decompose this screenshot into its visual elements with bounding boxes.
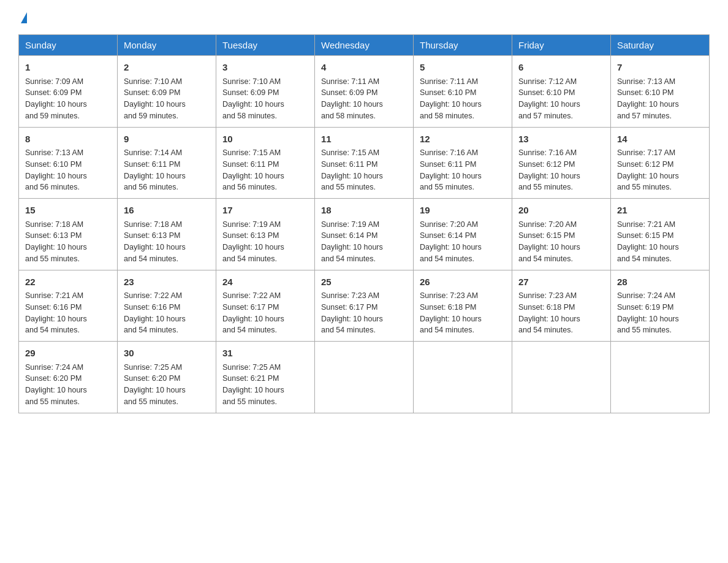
day-number: 5 xyxy=(420,61,506,75)
column-header-tuesday: Tuesday xyxy=(216,35,315,56)
day-number: 22 xyxy=(25,275,111,289)
calendar-cell: 27Sunrise: 7:23 AMSunset: 6:18 PMDayligh… xyxy=(512,270,611,342)
column-header-thursday: Thursday xyxy=(414,35,512,56)
day-number: 26 xyxy=(420,275,506,289)
column-header-monday: Monday xyxy=(118,35,216,56)
day-number: 1 xyxy=(25,61,111,75)
day-number: 13 xyxy=(518,132,604,147)
week-row-4: 22Sunrise: 7:21 AMSunset: 6:16 PMDayligh… xyxy=(19,270,710,342)
day-number: 19 xyxy=(420,204,506,218)
day-number: 15 xyxy=(25,204,111,218)
calendar-cell: 3Sunrise: 7:10 AMSunset: 6:09 PMDaylight… xyxy=(216,56,315,128)
calendar-cell: 13Sunrise: 7:16 AMSunset: 6:12 PMDayligh… xyxy=(512,127,611,199)
calendar-cell: 9Sunrise: 7:14 AMSunset: 6:11 PMDaylight… xyxy=(118,127,216,199)
calendar-cell: 19Sunrise: 7:20 AMSunset: 6:14 PMDayligh… xyxy=(414,199,512,270)
day-number: 4 xyxy=(321,61,407,75)
day-number: 10 xyxy=(222,132,308,147)
calendar-table: SundayMondayTuesdayWednesdayThursdayFrid… xyxy=(18,34,710,413)
day-number: 20 xyxy=(518,204,604,218)
calendar-cell: 18Sunrise: 7:19 AMSunset: 6:14 PMDayligh… xyxy=(315,199,414,270)
calendar-cell: 21Sunrise: 7:21 AMSunset: 6:15 PMDayligh… xyxy=(611,199,710,270)
day-number: 21 xyxy=(617,204,703,218)
day-number: 18 xyxy=(321,204,407,218)
week-row-5: 29Sunrise: 7:24 AMSunset: 6:20 PMDayligh… xyxy=(19,342,710,413)
day-number: 9 xyxy=(124,132,210,147)
week-row-2: 8Sunrise: 7:13 AMSunset: 6:10 PMDaylight… xyxy=(19,127,710,199)
day-number: 17 xyxy=(222,204,308,218)
column-header-friday: Friday xyxy=(512,35,611,56)
calendar-cell: 31Sunrise: 7:25 AMSunset: 6:21 PMDayligh… xyxy=(216,342,315,413)
day-number: 2 xyxy=(124,61,210,75)
calendar-cell: 4Sunrise: 7:11 AMSunset: 6:09 PMDaylight… xyxy=(315,56,414,128)
calendar-cell: 12Sunrise: 7:16 AMSunset: 6:11 PMDayligh… xyxy=(414,127,512,199)
day-number: 6 xyxy=(518,61,604,75)
calendar-cell: 2Sunrise: 7:10 AMSunset: 6:09 PMDaylight… xyxy=(118,56,216,128)
day-number: 8 xyxy=(25,132,111,147)
calendar-cell: 8Sunrise: 7:13 AMSunset: 6:10 PMDaylight… xyxy=(19,127,118,199)
calendar-cell: 6Sunrise: 7:12 AMSunset: 6:10 PMDaylight… xyxy=(512,56,611,128)
calendar-cell: 26Sunrise: 7:23 AMSunset: 6:18 PMDayligh… xyxy=(414,270,512,342)
logo-triangle-icon xyxy=(21,12,27,23)
column-header-sunday: Sunday xyxy=(19,35,118,56)
calendar-cell: 30Sunrise: 7:25 AMSunset: 6:20 PMDayligh… xyxy=(118,342,216,413)
page-header xyxy=(18,12,710,22)
calendar-cell xyxy=(611,342,710,413)
day-number: 30 xyxy=(124,347,210,361)
day-number: 7 xyxy=(617,61,703,75)
day-number: 25 xyxy=(321,275,407,289)
day-number: 12 xyxy=(420,132,506,147)
week-row-1: 1Sunrise: 7:09 AMSunset: 6:09 PMDaylight… xyxy=(19,56,710,128)
calendar-cell: 11Sunrise: 7:15 AMSunset: 6:11 PMDayligh… xyxy=(315,127,414,199)
calendar-cell: 1Sunrise: 7:09 AMSunset: 6:09 PMDaylight… xyxy=(19,56,118,128)
day-number: 16 xyxy=(124,204,210,218)
calendar-cell xyxy=(315,342,414,413)
calendar-header-row: SundayMondayTuesdayWednesdayThursdayFrid… xyxy=(19,35,710,56)
calendar-cell xyxy=(414,342,512,413)
column-header-saturday: Saturday xyxy=(611,35,710,56)
day-number: 23 xyxy=(124,275,210,289)
calendar-cell xyxy=(512,342,611,413)
calendar-cell: 17Sunrise: 7:19 AMSunset: 6:13 PMDayligh… xyxy=(216,199,315,270)
calendar-cell: 7Sunrise: 7:13 AMSunset: 6:10 PMDaylight… xyxy=(611,56,710,128)
calendar-cell: 20Sunrise: 7:20 AMSunset: 6:15 PMDayligh… xyxy=(512,199,611,270)
column-header-wednesday: Wednesday xyxy=(315,35,414,56)
calendar-cell: 29Sunrise: 7:24 AMSunset: 6:20 PMDayligh… xyxy=(19,342,118,413)
calendar-cell: 22Sunrise: 7:21 AMSunset: 6:16 PMDayligh… xyxy=(19,270,118,342)
day-number: 31 xyxy=(222,347,308,361)
day-number: 3 xyxy=(222,61,308,75)
logo xyxy=(18,12,27,22)
calendar-cell: 10Sunrise: 7:15 AMSunset: 6:11 PMDayligh… xyxy=(216,127,315,199)
calendar-cell: 14Sunrise: 7:17 AMSunset: 6:12 PMDayligh… xyxy=(611,127,710,199)
calendar-cell: 15Sunrise: 7:18 AMSunset: 6:13 PMDayligh… xyxy=(19,199,118,270)
day-number: 27 xyxy=(518,275,604,289)
calendar-cell: 23Sunrise: 7:22 AMSunset: 6:16 PMDayligh… xyxy=(118,270,216,342)
calendar-cell: 16Sunrise: 7:18 AMSunset: 6:13 PMDayligh… xyxy=(118,199,216,270)
day-number: 11 xyxy=(321,132,407,147)
calendar-cell: 28Sunrise: 7:24 AMSunset: 6:19 PMDayligh… xyxy=(611,270,710,342)
week-row-3: 15Sunrise: 7:18 AMSunset: 6:13 PMDayligh… xyxy=(19,199,710,270)
day-number: 14 xyxy=(617,132,703,147)
day-number: 28 xyxy=(617,275,703,289)
calendar-cell: 5Sunrise: 7:11 AMSunset: 6:10 PMDaylight… xyxy=(414,56,512,128)
day-number: 29 xyxy=(25,347,111,361)
day-number: 24 xyxy=(222,275,308,289)
calendar-cell: 24Sunrise: 7:22 AMSunset: 6:17 PMDayligh… xyxy=(216,270,315,342)
calendar-cell: 25Sunrise: 7:23 AMSunset: 6:17 PMDayligh… xyxy=(315,270,414,342)
